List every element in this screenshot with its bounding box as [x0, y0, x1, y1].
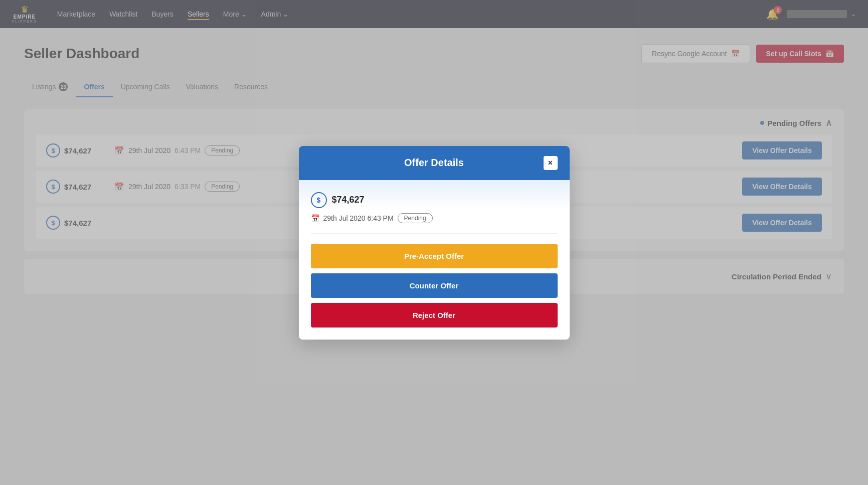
modal-body: $ $74,627 📅 29th Jul 2020 6:43 PM Pendin…	[299, 180, 570, 340]
modal-dollar-icon: $	[311, 192, 327, 208]
modal-offer-amount: $ $74,627	[311, 192, 558, 208]
modal-header: Offer Details ×	[299, 146, 570, 180]
modal-status-badge: Pending	[398, 213, 433, 223]
counter-offer-button[interactable]: Counter Offer	[311, 273, 558, 298]
modal-overlay[interactable]: Offer Details × $ $74,627 📅 29th Jul 202…	[0, 0, 868, 485]
modal-close-button[interactable]: ×	[544, 156, 558, 170]
reject-offer-button[interactable]: Reject Offer	[311, 303, 558, 328]
modal-date-row: 📅 29th Jul 2020 6:43 PM Pending	[311, 213, 558, 223]
pre-accept-offer-button[interactable]: Pre-Accept Offer	[311, 244, 558, 268]
modal-title: Offer Details	[325, 157, 544, 169]
modal-offer-info: $ $74,627 📅 29th Jul 2020 6:43 PM Pendin…	[311, 192, 558, 234]
offer-details-modal: Offer Details × $ $74,627 📅 29th Jul 202…	[299, 146, 570, 340]
modal-cal-icon: 📅	[311, 214, 319, 222]
